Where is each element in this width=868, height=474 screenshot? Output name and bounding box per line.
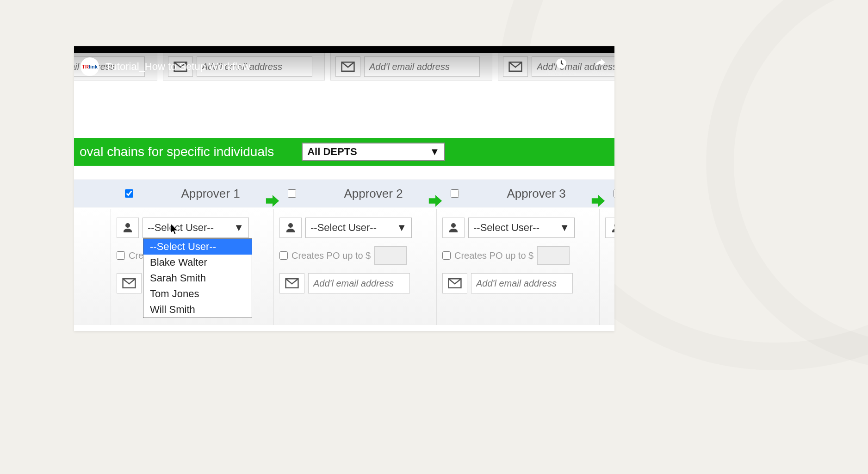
select-user-value: --Select User-- [310,222,377,234]
person-icon [279,218,302,238]
select-user-dropdown[interactable]: --Select User-- ▼ [305,218,412,238]
po-row: Creates PO up to $ [442,246,594,265]
approver-1-body: --Select User-- ▼ --Select User-- Blake … [111,209,274,325]
approver-2-header: Approver 2 [274,187,437,201]
po-amount-input[interactable] [537,246,570,265]
person-icon [117,218,139,238]
po-checkbox[interactable] [117,251,125,260]
addl-email-input[interactable] [471,273,573,293]
envelope-icon [117,273,142,293]
dropdown-option[interactable]: Will Smith [143,302,252,318]
app-screenshot-content: oval chains for specific individuals All… [74,53,614,331]
video-player-frame: oval chains for specific individuals All… [74,46,614,331]
approver-2-body: --Select User-- ▼ Creates PO up to $ [274,209,437,325]
addl-email-row [279,273,431,293]
approver-body-row: ▼ Cre --Select User-- ▼ [74,209,614,325]
user-dropdown-list[interactable]: --Select User-- Blake Walter Sarah Smith… [143,238,252,318]
approver-2-label: Approver 2 [310,187,437,201]
video-top-black-bar [74,46,614,53]
approver-header-row: Approver 1 Approver 2 Approver 3 [74,180,614,207]
banner-text: oval chains for specific individuals [80,144,274,159]
watch-later-button[interactable]: Watch later [546,57,576,76]
share-icon [594,57,606,69]
dept-select[interactable]: All DEPTS ▼ [302,143,445,161]
dropdown-option[interactable]: --Select User-- [143,239,252,255]
approver-3-label: Approver 3 [473,187,600,201]
dept-select-value: All DEPTS [307,146,357,158]
youtube-overlay: TRlink Tutorial_How to Setup Workflow Wa… [74,53,614,81]
dropdown-option[interactable]: Blake Walter [143,255,252,270]
envelope-icon [279,273,304,293]
chevron-down-icon: ▼ [397,222,407,234]
dropdown-option[interactable]: Sarah Smith [143,270,252,286]
approver-4-checkbox[interactable] [614,189,614,198]
approver-2-checkbox[interactable] [288,189,296,198]
chevron-down-icon: ▼ [559,222,570,234]
po-row: Creates PO up to $ [279,246,431,265]
video-title[interactable]: Tutorial_How to Setup Workflow [105,61,250,73]
po-checkbox[interactable] [279,251,288,260]
select-user-value: --Select User-- [473,222,539,234]
approval-chains-banner: oval chains for specific individuals All… [74,138,614,166]
approver-4-header-partial [600,189,614,198]
share-label: Share [592,69,608,76]
approver-1-label: Approver 1 [147,187,274,201]
mouse-cursor-icon [170,223,180,239]
chevron-down-icon: ▼ [429,146,440,158]
po-label: Creates PO up to $ [291,250,371,261]
addl-email-row [442,273,594,293]
po-amount-input[interactable] [374,246,407,265]
select-user-dropdown[interactable]: --Select User-- ▼ --Select User-- Blake … [143,218,249,238]
clock-icon [555,57,567,69]
envelope-icon [442,273,467,293]
channel-avatar[interactable]: TRlink [81,57,99,76]
po-checkbox[interactable] [442,251,451,260]
po-label: Creates PO up to $ [454,250,533,261]
select-user-dropdown[interactable]: --Select User-- ▼ [468,218,575,238]
watch-later-label: Watch later [546,69,576,76]
dropdown-option[interactable]: Tom Jones [143,286,252,302]
addl-email-input[interactable] [308,273,410,293]
approver-3-body: --Select User-- ▼ Creates PO up to $ [437,209,600,325]
person-icon [605,218,614,238]
person-icon [442,218,465,238]
share-button[interactable]: Share [592,57,608,76]
chevron-down-icon: ▼ [234,222,244,234]
approver-3-header: Approver 3 [437,187,600,201]
approver-4-body-partial [600,209,614,325]
approver-1-header: Approver 1 [111,187,274,201]
select-user-value: --Select User-- [148,222,214,234]
approver-col-spacer: ▼ Cre [74,209,111,325]
approver-1-checkbox[interactable] [125,189,133,198]
approver-3-checkbox[interactable] [451,189,459,198]
